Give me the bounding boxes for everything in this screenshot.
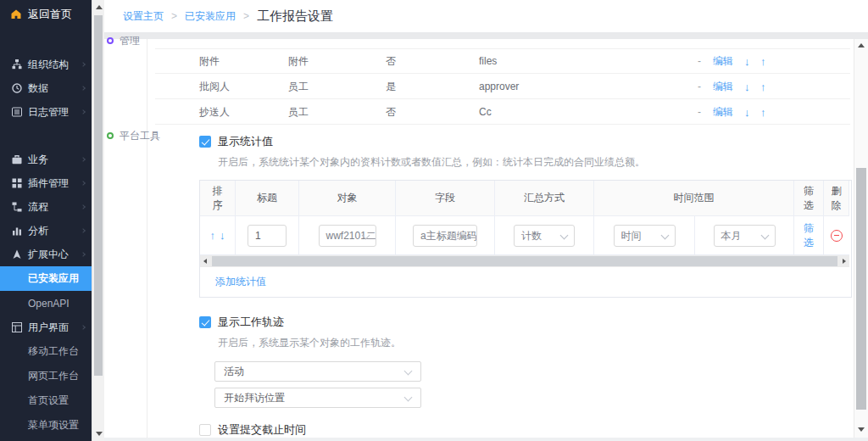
show-track-checkbox[interactable] <box>199 316 211 328</box>
sidebar-item-user-interface[interactable]: 用户界面 <box>0 315 92 339</box>
content-scrollbar[interactable] <box>854 39 868 438</box>
breadcrumb-home-link[interactable]: 设置主页 <box>123 9 164 24</box>
scroll-left-icon[interactable] <box>203 259 207 264</box>
layout-icon <box>12 322 22 332</box>
table-row-files: 附件 附件 否 files - 编辑 ↓ ↑ <box>155 48 850 74</box>
scroll-up-icon[interactable] <box>96 5 103 9</box>
sidebar-scrollbar-thumb[interactable] <box>94 15 103 376</box>
sidebar-item-label: 菜单项设置 <box>28 418 79 433</box>
move-down-icon[interactable]: ↓ <box>744 55 750 68</box>
home-icon <box>11 9 21 20</box>
bar-chart-icon <box>12 226 22 236</box>
field-dash: - <box>698 81 701 92</box>
column-header-filter: 筛选 <box>794 181 824 216</box>
sort-cell: ↑ ↓ <box>200 216 236 255</box>
show-stats-checkbox[interactable] <box>199 136 211 148</box>
field-type: 附件 <box>288 54 309 69</box>
panel-left-divider <box>147 39 147 438</box>
show-stats-label: 显示统计值 <box>218 134 273 149</box>
deadline-checkbox[interactable] <box>199 424 211 436</box>
edit-link[interactable]: 编辑 <box>713 54 733 69</box>
stat-object-select[interactable]: wwf2101二... <box>319 225 376 247</box>
track-field-select[interactable]: 开始拜访位置 <box>214 388 421 408</box>
sidebar-item-log-admin[interactable]: 日志管理 <box>0 100 92 124</box>
sidebar-item-label: 插件管理 <box>28 176 69 191</box>
chevron-right-icon <box>81 325 86 330</box>
sidebar-item-web-workbench[interactable]: 网页工作台 <box>0 364 92 388</box>
sidebar-item-business[interactable]: 业务 <box>0 148 92 171</box>
filter-link[interactable]: 筛选 <box>803 221 815 248</box>
sidebar-item-menu-settings[interactable]: 菜单项设置 <box>0 413 92 438</box>
sidebar-item-analysis[interactable]: 分析 <box>0 219 92 243</box>
sidebar-item-data[interactable]: 数据 <box>0 76 92 100</box>
sidebar-item-label: 移动工作台 <box>28 344 79 359</box>
stat-time-type-select[interactable]: 时间 <box>614 225 676 247</box>
sidebar-item-workflow[interactable]: 流程 <box>0 195 92 219</box>
field-type: 员工 <box>288 79 309 93</box>
sidebar-item-homepage-settings[interactable]: 首页设置 <box>0 388 92 413</box>
stat-title-input[interactable]: 1 <box>248 225 287 247</box>
summary-cell: 计数 <box>495 216 594 255</box>
chevron-right-icon <box>81 228 86 233</box>
field-code: approver <box>479 81 519 92</box>
stat-summary-select[interactable]: 计数 <box>514 225 575 247</box>
stats-horizontal-scrollbar[interactable] <box>200 255 849 267</box>
breadcrumb: 设置主页 > 已安装应用 > 工作报告设置 <box>104 0 868 32</box>
sidebar-item-label: 首页设置 <box>28 394 69 408</box>
sidebar-item-label: OpenAPI <box>28 298 70 310</box>
column-header-field: 字段 <box>396 181 495 216</box>
sidebar: 返回首页 管理 组织结构 数据 日志管理 平台工具 业务 插件管理 流程 <box>0 0 92 441</box>
stat-time-range-select[interactable]: 本月 <box>714 225 776 247</box>
scroll-down-icon[interactable] <box>858 427 865 432</box>
time-range-cell: 本月 <box>695 216 794 255</box>
chevron-right-icon <box>81 86 86 91</box>
sidebar-item-back-home[interactable]: 返回首页 <box>0 0 92 29</box>
scroll-down-icon[interactable] <box>96 432 103 436</box>
sidebar-item-label: 网页工作台 <box>28 369 79 383</box>
sidebar-item-extension-center[interactable]: 扩展中心 <box>0 243 92 266</box>
sidebar-section-label: 管理 <box>120 34 140 48</box>
fields-table: 附件 附件 否 files - 编辑 ↓ ↑ 批阅人 员工 是 approver… <box>155 48 850 125</box>
move-up-icon[interactable]: ↑ <box>760 80 766 92</box>
track-object-select[interactable]: 活动 <box>214 361 421 382</box>
sidebar-item-org-structure[interactable]: 组织结构 <box>0 53 92 76</box>
move-down-icon[interactable]: ↓ <box>744 80 750 92</box>
sidebar-item-mobile-workbench[interactable]: 移动工作台 <box>0 339 92 364</box>
add-stat-link[interactable]: 添加统计值 <box>215 276 266 287</box>
work-track-section: 显示工作轨迹 开启后，系统显示某个对象的工作轨迹。 活动 开始拜访位置 <box>199 315 854 408</box>
move-up-icon[interactable]: ↑ <box>760 55 766 68</box>
log-icon <box>12 107 22 117</box>
content-scrollbar-thumb[interactable] <box>856 168 866 410</box>
sidebar-item-openapi[interactable]: OpenAPI <box>0 291 92 315</box>
sidebar-item-label: 分析 <box>28 224 48 238</box>
horizontal-scrollbar-thumb[interactable] <box>212 256 837 266</box>
edit-link[interactable]: 编辑 <box>713 79 733 93</box>
field-dash: - <box>698 106 701 118</box>
column-header-title: 标题 <box>236 181 299 216</box>
deadline-section: 设置提交截止时间 开启后，系统要求执行人提交工作报告会有截止时间限制 保存 <box>199 422 854 438</box>
stat-field-select[interactable]: a主标题编码 <box>413 225 477 247</box>
org-structure-icon <box>12 59 22 70</box>
scroll-right-icon[interactable] <box>843 259 846 264</box>
move-down-icon[interactable]: ↓ <box>744 105 750 118</box>
sidebar-item-plugin-admin[interactable]: 插件管理 <box>0 171 92 195</box>
sort-down-icon[interactable]: ↓ <box>220 229 225 242</box>
sidebar-item-label: 日志管理 <box>28 105 69 120</box>
field-required: 是 <box>386 79 396 93</box>
column-header-delete: 删除 <box>824 181 849 216</box>
sidebar-item-installed-apps[interactable]: 已安装应用 <box>0 266 92 291</box>
remove-row-icon[interactable] <box>831 230 843 242</box>
show-track-label: 显示工作轨迹 <box>218 315 284 330</box>
sidebar-item-label: 流程 <box>28 200 48 215</box>
sort-up-icon[interactable]: ↑ <box>210 229 216 242</box>
deadline-label: 设置提交截止时间 <box>218 422 306 438</box>
field-name: 抄送人 <box>199 104 230 119</box>
sidebar-scrollbar[interactable] <box>92 0 104 441</box>
move-up-icon[interactable]: ↑ <box>760 105 766 118</box>
object-cell: wwf2101二... <box>299 216 396 255</box>
edit-link[interactable]: 编辑 <box>713 104 733 119</box>
sidebar-item-label: 已安装应用 <box>28 271 79 286</box>
sidebar-section-label: 平台工具 <box>120 129 160 143</box>
scroll-up-icon[interactable] <box>858 43 865 47</box>
breadcrumb-parent-link[interactable]: 已安装应用 <box>185 9 236 24</box>
